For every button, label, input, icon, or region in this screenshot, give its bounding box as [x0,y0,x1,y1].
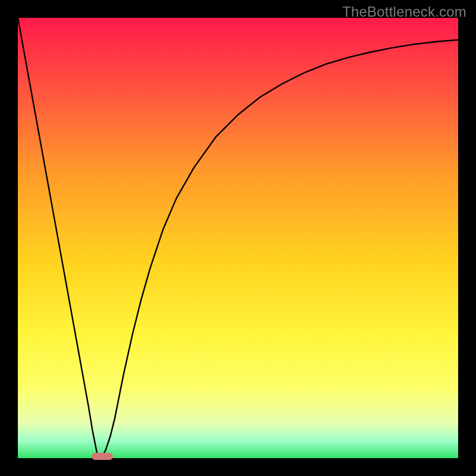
chart-frame: TheBottleneck.com [0,0,476,476]
watermark-text: TheBottleneck.com [342,4,466,20]
plot-area [18,18,458,458]
optimal-marker [92,453,113,460]
bottleneck-curve [18,18,458,458]
